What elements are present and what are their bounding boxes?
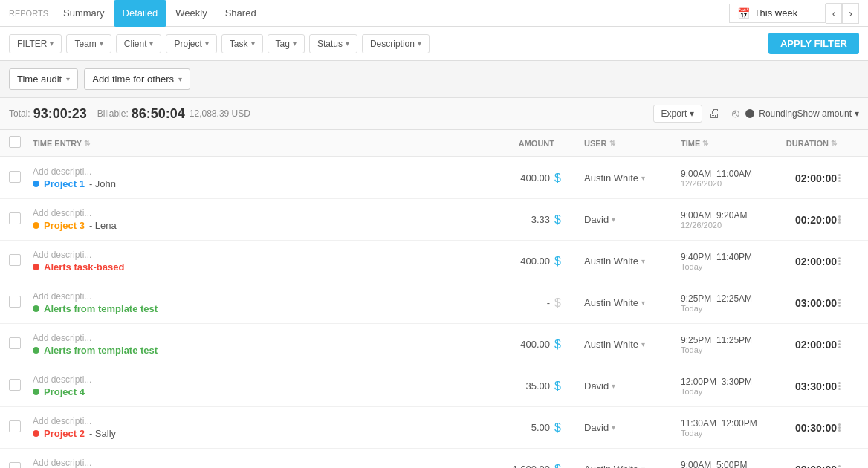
description-text[interactable]: Add descripti...: [33, 291, 488, 302]
description-text[interactable]: Add descripti...: [33, 208, 488, 218]
billable-dollar-icon[interactable]: $: [554, 380, 561, 392]
show-amount-button[interactable]: Show amount ▾: [797, 108, 859, 119]
more-dot-icon: [838, 343, 841, 345]
export-button[interactable]: Export ▾: [653, 105, 703, 123]
time-entry-cell: Add descripti... Project 1 - John: [33, 166, 488, 189]
table-row: Add descripti... Alerts from template te…: [0, 282, 868, 324]
project-name[interactable]: Project 1: [44, 178, 85, 189]
user-name: Austin White: [584, 464, 638, 468]
select-all-checkbox[interactable]: [9, 136, 21, 148]
project-info: Alerts from template test: [33, 345, 488, 356]
more-dot-icon: [838, 218, 841, 221]
description-text[interactable]: Add descripti...: [33, 250, 488, 260]
next-period-button[interactable]: ›: [842, 3, 859, 24]
row-checkbox[interactable]: [9, 212, 21, 224]
time-date: Today: [681, 345, 762, 354]
row-checkbox[interactable]: [9, 296, 21, 308]
team-filter-button[interactable]: Team ▾: [66, 34, 111, 53]
row-more-button[interactable]: [837, 422, 842, 433]
row-checkbox-wrapper: [9, 337, 33, 351]
row-more-button[interactable]: [837, 214, 842, 225]
project-name[interactable]: Alerts from template test: [44, 303, 158, 314]
task-filter-button[interactable]: Task ▾: [221, 34, 263, 53]
billable-dollar-icon[interactable]: $: [554, 213, 561, 226]
time-audit-button[interactable]: Time audit ▾: [9, 68, 78, 90]
project-name[interactable]: Project 4: [44, 386, 85, 397]
description-text[interactable]: Add descripti...: [33, 374, 488, 385]
user-cell[interactable]: David ▾: [584, 380, 681, 391]
row-checkbox[interactable]: [9, 254, 21, 266]
description-text[interactable]: Add descripti...: [33, 416, 488, 426]
time-cell: 12:00PM 3:30PM Today: [681, 377, 762, 396]
row-checkbox[interactable]: [9, 420, 21, 432]
time-cell: 11:30AM 12:00PM Today: [681, 418, 762, 438]
project-color-dot: [33, 389, 39, 395]
project-name[interactable]: Project 3: [44, 220, 85, 231]
project-color-dot: [33, 430, 39, 437]
billable-dollar-icon[interactable]: $: [554, 421, 561, 434]
date-nav: 📅 This week ‹ ›: [729, 3, 859, 24]
user-cell[interactable]: David ▾: [584, 214, 681, 225]
th-amount-label: AMOUNT: [519, 139, 554, 148]
tag-filter-button[interactable]: Tag ▾: [268, 34, 305, 53]
date-range-display[interactable]: 📅 This week: [729, 4, 826, 23]
billable-dollar-icon[interactable]: $: [554, 172, 561, 184]
row-checkbox-wrapper: [9, 212, 33, 227]
user-cell[interactable]: Austin White ▾: [584, 464, 681, 468]
row-checkbox[interactable]: [9, 337, 21, 349]
filter-button[interactable]: FILTER ▾: [9, 34, 62, 53]
project-label: Project: [174, 39, 201, 49]
description-text[interactable]: Add descripti...: [33, 166, 488, 177]
more-dot-icon: [838, 174, 841, 176]
table-header: TIME ENTRY ⇅ AMOUNT USER ⇅ TIME ⇅ DURATI…: [0, 130, 868, 157]
duration-cell: 08:00:00: [762, 464, 837, 469]
time-date: 12/26/2020: [681, 221, 762, 230]
billable-dollar-icon[interactable]: $: [554, 255, 561, 267]
description-text[interactable]: Add descripti...: [33, 458, 488, 468]
project-name[interactable]: Alerts from template test: [44, 345, 158, 356]
user-cell[interactable]: Austin White ▾: [584, 297, 681, 308]
row-more-button[interactable]: [837, 380, 842, 391]
row-more-button[interactable]: [837, 172, 842, 183]
client-filter-button[interactable]: Client ▾: [116, 34, 162, 53]
project-name[interactable]: Alerts task-based: [44, 261, 124, 273]
user-dropdown-icon: ▾: [612, 215, 615, 224]
tab-summary[interactable]: Summary: [54, 0, 114, 27]
rounding-label: Rounding: [759, 108, 797, 119]
tab-weekly[interactable]: Weekly: [166, 0, 216, 27]
duration-cell: 03:00:00: [762, 297, 837, 309]
add-time-others-caret-icon: ▾: [178, 75, 182, 83]
billable-dollar-icon[interactable]: $: [554, 296, 561, 309]
amount-cell: -: [488, 297, 554, 308]
row-more-button[interactable]: [837, 256, 842, 267]
tab-shared[interactable]: Shared: [216, 0, 265, 27]
top-nav: REPORTS Summary Detailed Weekly Shared 📅…: [0, 0, 868, 27]
time-cell: 9:00AM 11:00AM 12/26/2020: [681, 169, 762, 188]
share-button[interactable]: ⎋: [726, 104, 745, 123]
description-text[interactable]: Add descripti...: [33, 333, 488, 343]
print-button[interactable]: 🖨: [702, 104, 726, 123]
project-name[interactable]: Project 2: [44, 428, 85, 439]
tab-detailed[interactable]: Detailed: [114, 0, 167, 27]
row-more-button[interactable]: [837, 339, 842, 350]
row-checkbox[interactable]: [9, 379, 21, 391]
row-checkbox[interactable]: [9, 462, 21, 468]
user-cell[interactable]: Austin White ▾: [584, 172, 681, 183]
description-filter-button[interactable]: Description ▾: [362, 34, 430, 53]
billable-dollar-icon[interactable]: $: [554, 463, 561, 469]
row-checkbox-wrapper: [9, 462, 33, 468]
row-more-button[interactable]: [837, 464, 842, 468]
billable-dollar-icon[interactable]: $: [554, 338, 561, 351]
add-time-others-button[interactable]: Add time for others ▾: [84, 68, 190, 90]
user-cell[interactable]: David ▾: [584, 422, 681, 433]
status-filter-button[interactable]: Status ▾: [309, 34, 357, 53]
user-cell[interactable]: Austin White ▾: [584, 339, 681, 350]
prev-period-button[interactable]: ‹: [826, 3, 843, 24]
amount-cell: 1,600.00: [488, 464, 554, 468]
row-checkbox[interactable]: [9, 171, 21, 183]
project-filter-button[interactable]: Project ▾: [166, 34, 216, 53]
user-cell[interactable]: Austin White ▾: [584, 256, 681, 267]
row-more-button[interactable]: [837, 297, 842, 308]
apply-filter-button[interactable]: APPLY FILTER: [768, 33, 859, 54]
time-entry-cell: Add descripti... Project 4: [33, 374, 488, 397]
